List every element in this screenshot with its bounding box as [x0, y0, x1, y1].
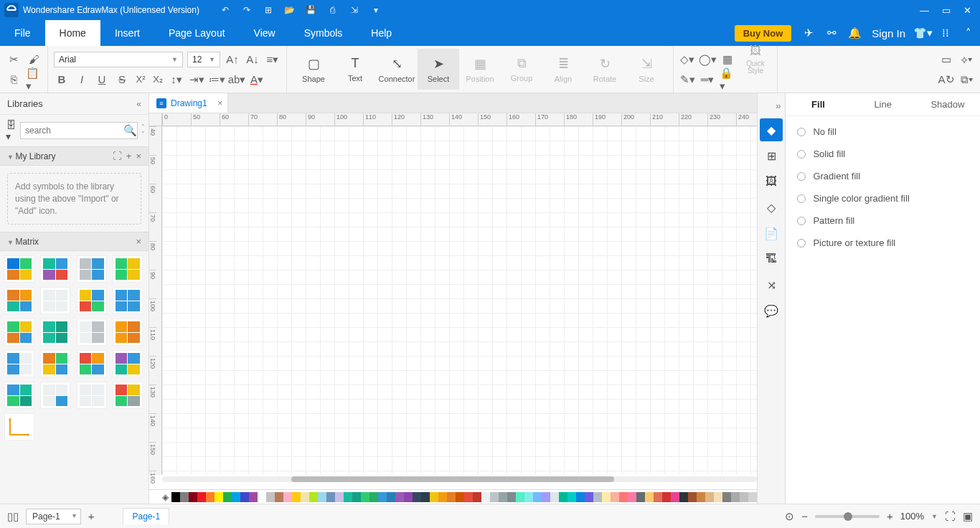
- format-tab-shadow[interactable]: Shadow: [915, 93, 980, 116]
- color-swatch[interactable]: [404, 492, 413, 502]
- shape-thumbnail[interactable]: [4, 255, 34, 283]
- my-library-section[interactable]: ▼ My Library ⛶ + ×: [0, 146, 149, 166]
- color-swatch[interactable]: [481, 492, 490, 502]
- color-swatch[interactable]: [344, 492, 352, 502]
- color-swatch[interactable]: [275, 492, 283, 502]
- shape-thumbnail[interactable]: [40, 319, 70, 346]
- redo-icon[interactable]: ↷: [241, 4, 253, 16]
- import-icon[interactable]: ⛶: [113, 151, 122, 161]
- color-swatch[interactable]: [507, 492, 516, 502]
- shape-tool[interactable]: ▢Shape: [293, 49, 334, 90]
- fill-option-gradient-fill[interactable]: Gradient fill: [797, 171, 969, 182]
- color-swatch[interactable]: [223, 492, 232, 502]
- same-width-icon[interactable]: ▭: [938, 52, 954, 67]
- color-swatch[interactable]: [473, 492, 481, 502]
- bullets-icon[interactable]: ≔▾: [209, 72, 225, 88]
- undo-icon[interactable]: ↶: [220, 4, 231, 16]
- shape-thumbnail[interactable]: [77, 382, 107, 409]
- close-tab-icon[interactable]: ×: [217, 98, 223, 108]
- shape-thumbnail[interactable]: [77, 319, 107, 346]
- color-swatch[interactable]: [318, 492, 326, 502]
- menu-tab-page-layout[interactable]: Page Layout: [154, 20, 240, 46]
- color-swatch[interactable]: [636, 492, 645, 502]
- shape-thumbnail[interactable]: [40, 287, 70, 314]
- fit-page-icon[interactable]: ⛶: [945, 510, 956, 522]
- search-up-icon[interactable]: ˄: [141, 123, 145, 131]
- shape-thumbnail[interactable]: [113, 382, 143, 409]
- layers-tool-icon[interactable]: ◇: [760, 196, 783, 219]
- shape-thumbnail[interactable]: [4, 319, 34, 346]
- collapse-sidebar-icon[interactable]: «: [136, 99, 141, 109]
- theme-icon[interactable]: ▦: [720, 52, 735, 67]
- line-spacing-icon[interactable]: ↕▾: [169, 72, 184, 88]
- color-swatch[interactable]: [654, 492, 662, 502]
- select-tool[interactable]: ➤Select: [418, 49, 459, 90]
- color-swatch[interactable]: [421, 492, 430, 502]
- shape-thumbnail[interactable]: [77, 350, 107, 377]
- effects-icon[interactable]: ◯▾: [699, 52, 715, 67]
- color-swatch[interactable]: [748, 492, 757, 502]
- presentation-icon[interactable]: ⊙: [785, 510, 794, 523]
- shape-thumbnail[interactable]: [4, 382, 34, 409]
- color-swatch[interactable]: [533, 492, 542, 502]
- fill-option-pattern-fill[interactable]: Pattern fill: [797, 215, 969, 226]
- shape-thumbnail[interactable]: [113, 255, 143, 283]
- shape-thumbnail[interactable]: [113, 287, 143, 314]
- color-swatch[interactable]: [516, 492, 524, 502]
- copy-icon[interactable]: ⎘: [6, 72, 22, 88]
- color-swatch[interactable]: [611, 492, 619, 502]
- color-swatch[interactable]: [180, 492, 189, 502]
- layer-icon[interactable]: ⧉▾: [958, 72, 974, 88]
- color-swatch[interactable]: [301, 492, 309, 502]
- color-swatch[interactable]: [593, 492, 602, 502]
- color-swatch[interactable]: [395, 492, 404, 502]
- case-icon[interactable]: ab▾: [229, 72, 245, 88]
- color-swatch[interactable]: [292, 492, 301, 502]
- color-swatch[interactable]: [309, 492, 318, 502]
- fill-tool-icon[interactable]: ◆: [760, 118, 783, 141]
- color-swatch[interactable]: [602, 492, 611, 502]
- color-swatch[interactable]: [550, 492, 559, 502]
- color-swatch[interactable]: [430, 492, 438, 502]
- color-swatch[interactable]: [456, 492, 464, 502]
- strikethrough-icon[interactable]: S: [114, 72, 130, 88]
- shape-thumbnail[interactable]: [113, 350, 143, 377]
- shape-thumbnail[interactable]: [4, 413, 34, 440]
- close-icon[interactable]: ✕: [963, 5, 971, 16]
- increase-font-icon[interactable]: A↑: [225, 52, 240, 67]
- color-swatch[interactable]: [671, 492, 679, 502]
- color-swatch[interactable]: [171, 492, 180, 502]
- color-swatch[interactable]: [524, 492, 533, 502]
- color-swatch[interactable]: [731, 492, 740, 502]
- random-tool-icon[interactable]: ⤨: [760, 273, 783, 296]
- fill-option-single-color-gradient-fill[interactable]: Single color gradient fill: [797, 193, 969, 204]
- color-swatch[interactable]: [249, 492, 258, 502]
- color-swatch[interactable]: [352, 492, 361, 502]
- horizontal-scrollbar[interactable]: [162, 476, 757, 482]
- shape-thumbnail[interactable]: [4, 350, 34, 377]
- menu-tab-file[interactable]: File: [0, 20, 45, 46]
- color-swatch[interactable]: [585, 492, 593, 502]
- expand-panel-icon[interactable]: »: [776, 100, 781, 111]
- shape-thumbnail[interactable]: [113, 319, 143, 346]
- color-swatch[interactable]: [387, 492, 395, 502]
- zoom-out-icon[interactable]: −: [801, 510, 808, 522]
- add-icon[interactable]: +: [126, 151, 132, 161]
- superscript-icon[interactable]: X²: [134, 73, 147, 86]
- sign-in-link[interactable]: Sign In: [866, 20, 911, 46]
- color-swatch[interactable]: [576, 492, 585, 502]
- notification-icon[interactable]: 🔔: [843, 20, 866, 46]
- font-size-select[interactable]: 12▼: [187, 52, 220, 67]
- color-swatch[interactable]: [628, 492, 636, 502]
- export-icon[interactable]: ⇲: [349, 4, 360, 16]
- color-swatch[interactable]: [567, 492, 576, 502]
- dimension-tool-icon[interactable]: 🏗: [760, 248, 783, 270]
- comment-tool-icon[interactable]: 💬: [760, 299, 783, 322]
- color-swatch[interactable]: [232, 492, 240, 502]
- image-tool-icon[interactable]: 🖼: [760, 170, 783, 193]
- document-tab[interactable]: ≡ Drawing1 ×: [149, 93, 228, 113]
- zoom-in-icon[interactable]: +: [887, 510, 893, 522]
- paste-icon[interactable]: 📋▾: [26, 72, 42, 88]
- page-select[interactable]: Page-1: [26, 509, 81, 524]
- format-tab-fill[interactable]: Fill: [786, 93, 850, 116]
